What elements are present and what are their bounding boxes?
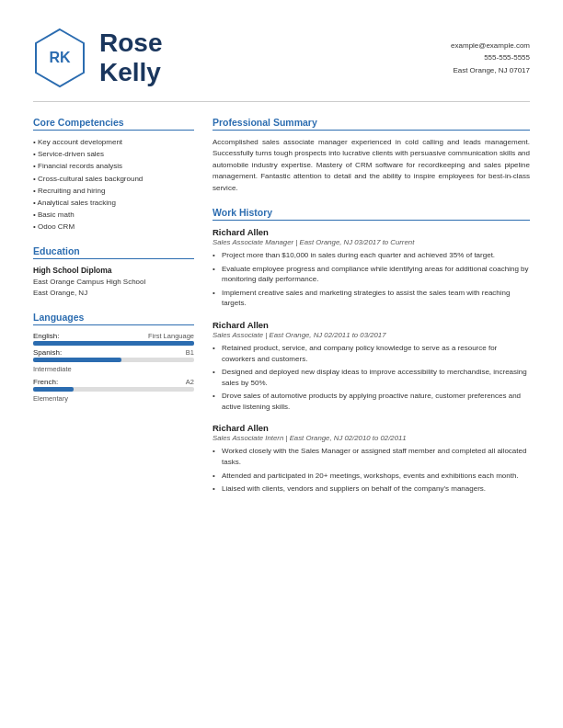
list-item: Designed and deployed new display ideas …	[213, 367, 530, 388]
job-3-bullets: Worked closely with the Sales Manager or…	[213, 446, 530, 494]
job-3: Richard Allen Sales Associate Intern | E…	[213, 423, 530, 494]
job-1-meta: Sales Associate Manager | East Orange, N…	[213, 238, 530, 246]
hexagon-logo: RK	[33, 28, 86, 88]
job-2: Richard Allen Sales Associate | East Ora…	[213, 320, 530, 413]
job-2-bullets: Retained product, service, and company p…	[213, 343, 530, 413]
job-2-name: Richard Allen	[213, 320, 530, 330]
french-bar-fill	[33, 387, 74, 392]
competencies-title: Core Competencies	[33, 117, 194, 131]
resume-page: RK Rose Kelly example@example.com 555-55…	[0, 0, 563, 728]
work-history-section: Work History Richard Allen Sales Associa…	[213, 207, 530, 495]
competencies-section: Core Competencies Key account developmen…	[33, 117, 194, 233]
summary-text: Accomplished sales associate manager exp…	[213, 137, 530, 194]
education-section: Education High School Diploma East Orang…	[33, 245, 194, 299]
job-2-meta: Sales Associate | East Orange, NJ 02/201…	[213, 331, 530, 339]
svg-text:RK: RK	[49, 50, 71, 65]
list-item: Basic math	[33, 210, 194, 220]
spanish-bar-container	[33, 358, 194, 362]
list-item: Odoo CRM	[33, 222, 194, 232]
email: example@example.com	[451, 40, 530, 52]
spanish-sublabel: Intermediate	[33, 365, 194, 373]
languages-title: Languages	[33, 312, 194, 325]
list-item: Evaluate employee progress and complianc…	[213, 264, 530, 285]
left-column: Core Competencies Key account developmen…	[33, 117, 194, 507]
languages-section: Languages English: First Language Spanis…	[33, 312, 194, 403]
language-spanish: Spanish: B1	[33, 348, 194, 357]
right-column: Professional Summary Accomplished sales …	[213, 117, 530, 507]
summary-title: Professional Summary	[213, 117, 530, 131]
list-item: Project more than $10,000 in sales durin…	[213, 250, 530, 261]
list-item: Implement creative sales and marketing s…	[213, 288, 530, 309]
list-item: Key account development	[33, 137, 194, 147]
job-1-bullets: Project more than $10,000 in sales durin…	[213, 250, 530, 309]
summary-section: Professional Summary Accomplished sales …	[213, 117, 530, 194]
job-1-name: Richard Allen	[213, 227, 530, 237]
french-sublabel: Elementary	[33, 394, 194, 403]
list-item: Liaised with clients, vendors and suppli…	[213, 483, 530, 495]
list-item: Retained product, service, and company p…	[213, 343, 530, 364]
list-item: Recruiting and hiring	[33, 186, 194, 196]
name-block: Rose Kelly	[99, 28, 162, 87]
edu-school: East Orange Campus High School East Oran…	[33, 277, 194, 299]
spanish-bar-fill	[33, 358, 121, 362]
list-item: Cross-cultural sales background	[33, 174, 194, 184]
header: RK Rose Kelly example@example.com 555-55…	[33, 28, 530, 102]
competency-list: Key account development Service-driven s…	[33, 137, 194, 233]
job-3-name: Richard Allen	[213, 423, 530, 433]
list-item: Drove sales of automotive products by ap…	[213, 391, 530, 412]
job-3-meta: Sales Associate Intern | East Orange, NJ…	[213, 434, 530, 442]
full-name: Rose Kelly	[99, 28, 162, 87]
contact-block: example@example.com 555-555-5555 East Or…	[451, 40, 530, 77]
list-item: Service-driven sales	[33, 149, 194, 159]
english-bar-fill	[33, 341, 194, 346]
main-content: Core Competencies Key account developmen…	[33, 117, 530, 507]
phone: 555-555-5555	[451, 51, 530, 64]
edu-degree: High School Diploma	[33, 266, 194, 275]
language-english: English: First Language	[33, 332, 194, 340]
language-french: French: A2	[33, 378, 194, 386]
work-history-title: Work History	[213, 207, 530, 221]
job-1: Richard Allen Sales Associate Manager | …	[213, 227, 530, 309]
english-bar-container	[33, 341, 194, 346]
list-item: Attended and participated in 20+ meeting…	[213, 471, 530, 482]
list-item: Financial records analysis	[33, 161, 194, 171]
header-left: RK Rose Kelly	[33, 28, 162, 88]
location: East Orange, NJ 07017	[451, 64, 530, 77]
list-item: Analytical sales tracking	[33, 198, 194, 208]
list-item: Worked closely with the Sales Manager or…	[213, 446, 530, 467]
education-title: Education	[33, 245, 194, 259]
french-bar-container	[33, 387, 194, 392]
